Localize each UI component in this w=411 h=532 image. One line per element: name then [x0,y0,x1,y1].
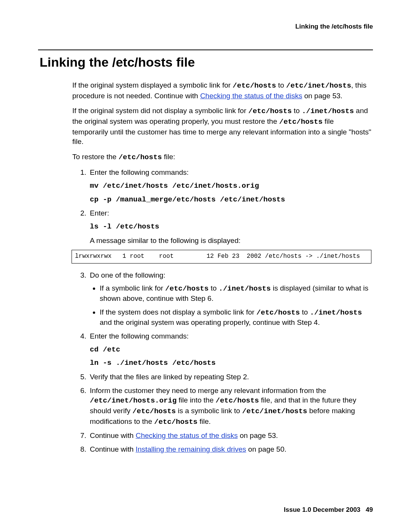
text: If a symbolic link for [100,284,165,292]
steps-list: Enter the following commands: mv /etc/in… [88,168,371,454]
text: on page 50. [246,445,287,453]
step-4: Enter the following commands: cd /etc ln… [88,331,371,368]
text: on page 53. [302,92,342,100]
text: file into the [177,396,215,404]
horizontal-rule [38,50,373,50]
text: file: [162,153,175,161]
text: to [209,284,218,292]
code-inline: /etc/hosts [279,118,323,126]
bullet-item: If the system does not display a symboli… [100,307,371,328]
bullet-list: If a symbolic link for /etc/hosts to ./i… [100,283,371,328]
page-title: Linking the /etc/hosts file [40,55,373,70]
intro-paragraph-2: If the original system did not display a… [72,106,371,147]
text: on page 53. [238,431,278,439]
step-2: Enter: ls -l /etc/hosts A message simila… [88,208,371,264]
code-inline: /etc/hosts [256,308,300,317]
restore-intro: To restore the /etc/hosts file: [72,152,371,163]
step-text: Enter: [90,209,109,217]
code-inline: /etc/hosts [165,284,209,293]
text: to [292,107,302,115]
step-text: Verify that the files are linked by repe… [90,373,249,381]
code-inline: ./inet/hosts [310,308,362,317]
code-inline: /etc/hosts [118,153,162,161]
step-text: Enter the following commands: [90,168,189,176]
step-3: Do one of the following: If a symbolic l… [88,270,371,328]
code-inline: /etc/hosts [154,418,198,426]
code-inline: /etc/inet/hosts [242,407,307,415]
step-5: Verify that the files are linked by repe… [88,372,371,382]
text: Continue with [90,445,135,453]
code-inline: /etc/hosts [233,81,276,90]
step-6: Inform the customer they need to merge a… [88,386,371,427]
text: Inform the customer they need to merge a… [90,387,326,395]
code-inline: /etc/hosts [132,407,176,415]
text: and the original system was operating pr… [100,318,320,326]
bullet-item: If a symbolic link for /etc/hosts to ./i… [100,283,371,304]
text: Continue with [90,431,135,439]
command-line: cp -p /manual_merge/etc/hosts /etc/inet/… [90,195,371,205]
text: to [300,308,310,316]
step-1: Enter the following commands: mv /etc/in… [88,168,371,204]
code-inline: ./inet/hosts [219,284,271,293]
command-line: ls -l /etc/hosts [90,222,371,232]
step-8: Continue with Installing the remaining d… [88,444,371,454]
text: is a symbolic link to [176,407,242,415]
step-7: Continue with Checking the status of the… [88,431,371,441]
text: If the original system displayed a symbo… [72,81,233,89]
step-text: Enter the following commands: [90,332,189,340]
text: to [276,81,286,89]
command-line: cd /etc [90,345,371,355]
step-text: Do one of the following: [90,271,166,279]
body-text: If the original system displayed a symbo… [72,80,371,454]
text: file. [198,417,211,425]
page-number: 49 [366,506,373,513]
step-after-text: A message similar to the following is di… [90,236,241,244]
command-line: mv /etc/inet/hosts /etc/inet/hosts.orig [90,181,371,191]
code-inline: /etc/hosts [249,107,292,115]
text: If the system does not display a symboli… [100,308,256,316]
text: To restore the [72,153,118,161]
text: If the original system did not display a… [72,107,249,115]
page-container: Linking the /etc/hosts file Linking the … [0,0,411,454]
page-footer: Issue 1.0 December 200349 [284,506,373,514]
output-box: lrwxrwxrwx 1 root root 12 Feb 23 2002 /e… [72,250,371,264]
link-checking-status[interactable]: Checking the status of the disks [135,431,237,439]
link-checking-status[interactable]: Checking the status of the disks [200,92,302,100]
code-inline: /etc/inet/hosts.orig [90,396,177,405]
issue-label: Issue 1.0 December 2003 [284,506,360,513]
running-header: Linking the /etc/hosts file [38,23,373,30]
intro-paragraph-1: If the original system displayed a symbo… [72,80,371,101]
link-installing-drives[interactable]: Installing the remaining disk drives [135,445,246,453]
code-inline: /etc/hosts [216,396,259,405]
code-inline: ./inet/hosts [302,107,354,115]
command-line: ln -s ./inet/hosts /etc/hosts [90,358,371,368]
code-inline: /etc/inet/hosts [286,81,351,90]
